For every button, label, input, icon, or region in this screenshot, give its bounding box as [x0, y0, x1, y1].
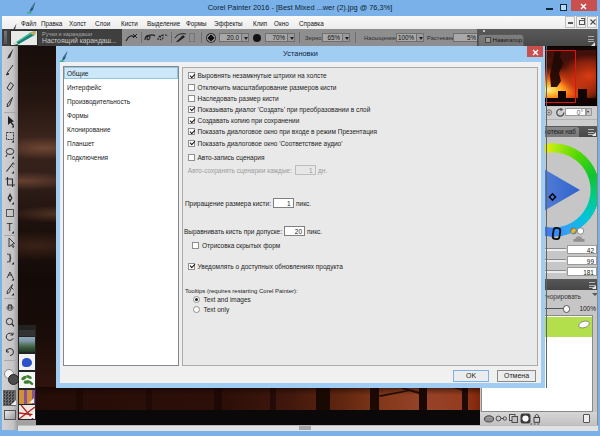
svg-text:T: T	[7, 222, 13, 233]
